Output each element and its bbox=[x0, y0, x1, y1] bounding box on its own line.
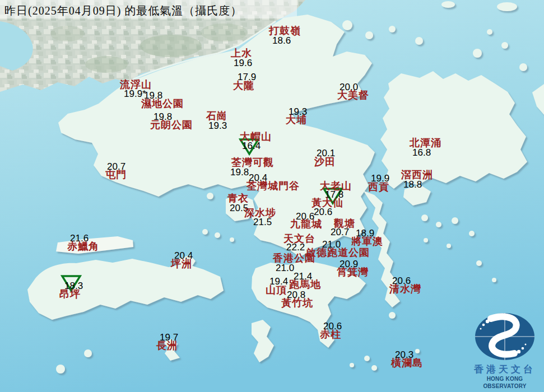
station-name: 大埔 bbox=[286, 115, 307, 125]
station-value: 19.3 bbox=[208, 121, 227, 130]
station-name: 沙田 bbox=[314, 157, 336, 167]
station-name: 滘西洲 bbox=[401, 170, 433, 180]
station-name: 黃竹坑 bbox=[281, 298, 313, 308]
hko-logo: 香港天文台 HONG KONG OBSERVATORY bbox=[468, 312, 541, 390]
station-name: 赤鱲角 bbox=[67, 241, 99, 251]
station-name: 清水灣 bbox=[389, 284, 421, 294]
station-value: 19.9* bbox=[124, 89, 146, 99]
station-name: 橫瀾島 bbox=[391, 358, 423, 368]
station-name: 長洲 bbox=[156, 340, 178, 351]
station-name: 山頂 bbox=[266, 285, 287, 295]
station-name: 屯門 bbox=[105, 170, 127, 180]
station-name: 大老山 bbox=[320, 181, 352, 191]
station-name: 啟德跑道公園 bbox=[306, 248, 370, 258]
station-value: 18.8 bbox=[403, 180, 422, 189]
station-name: 大帽山 bbox=[240, 132, 272, 142]
hko-logo-chinese: 香港天文台 bbox=[468, 365, 541, 375]
station-name: 昂坪 bbox=[59, 289, 81, 299]
station-value: 20.6 bbox=[314, 207, 332, 217]
station-name: 筲箕灣 bbox=[337, 267, 369, 277]
stations-layer: 18.6打鼓嶺19.6上水17.9大隴20.0大美督19.9*流浮山19.8濕地… bbox=[0, 0, 544, 392]
station-name: 大隴 bbox=[233, 81, 254, 91]
station-value: 21.0 bbox=[276, 263, 294, 273]
station-value: 16.8 bbox=[412, 148, 431, 157]
map-title: 昨日(2025年04月09日) 的最低氣溫（攝氏度） bbox=[4, 3, 242, 18]
station-name: 流浮山 bbox=[120, 80, 152, 90]
station-name: 跑馬地 bbox=[289, 279, 321, 290]
station-name: 赤柱 bbox=[320, 329, 341, 339]
station-name: 深水埗 bbox=[244, 208, 276, 218]
station-name: 香港公園 bbox=[273, 253, 315, 263]
station-value: 18.6 bbox=[272, 36, 291, 45]
station-name: 石崗 bbox=[206, 111, 227, 121]
station-name: 上水 bbox=[231, 48, 252, 58]
hko-logo-mark bbox=[471, 312, 539, 363]
station-name: 荃灣可觀 bbox=[231, 157, 274, 167]
station-name: 西貢 bbox=[368, 182, 389, 192]
station-value: 16.4 bbox=[242, 141, 261, 151]
hko-logo-english: HONG KONG OBSERVATORY bbox=[468, 375, 541, 390]
station-name: 濕地公園 bbox=[141, 99, 184, 109]
station-value: 21.5 bbox=[253, 217, 272, 227]
station-name: 天文台 bbox=[283, 234, 315, 244]
station-name: 黃大仙 bbox=[311, 198, 343, 208]
station-name: 元朗公園 bbox=[150, 120, 193, 130]
station-name: 九龍城 bbox=[290, 219, 322, 229]
station-value: 19.6 bbox=[234, 58, 252, 68]
station-name: 荃灣城門谷 bbox=[247, 181, 300, 191]
station-name: 將軍澳 bbox=[351, 236, 383, 246]
station-name: 青衣 bbox=[227, 193, 249, 203]
station-value: 19.8 bbox=[230, 167, 249, 177]
weather-map-screen: 昨日(2025年04月09日) 的最低氣溫（攝氏度） 18.6打鼓嶺19.6上水… bbox=[0, 0, 544, 392]
station-name: 打鼓嶺 bbox=[269, 26, 301, 36]
station-name: 北潭涌 bbox=[410, 138, 441, 148]
station-name: 觀塘 bbox=[334, 218, 355, 228]
station-name: 大美督 bbox=[337, 90, 369, 100]
station-name: 坪洲 bbox=[171, 259, 192, 269]
